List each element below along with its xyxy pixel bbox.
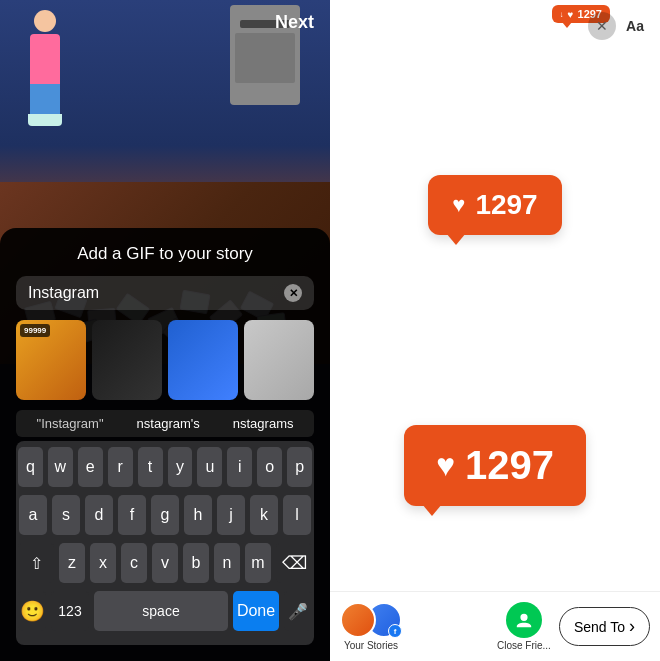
autocomplete-item-2[interactable]: nstagrams [233,416,294,431]
key-m[interactable]: m [245,543,271,583]
key-q[interactable]: q [18,447,43,487]
like-count-large: 1297 [465,443,554,488]
key-l[interactable]: l [283,495,311,535]
done-key[interactable]: Done [233,591,279,631]
key-x[interactable]: x [90,543,116,583]
like-bubble-medium: ♥ 1297 [428,175,561,235]
close-friends-icon [506,602,542,638]
gif-item-3[interactable] [168,320,238,400]
left-panel: Next Add a GIF to your story Instagram ✕… [0,0,330,661]
key-b[interactable]: b [183,543,209,583]
key-r[interactable]: r [108,447,133,487]
heart-icon-medium: ♥ [452,192,465,218]
gif-results-row: 99999 [16,320,314,400]
key-z[interactable]: z [59,543,85,583]
your-stories-group[interactable]: f Your Stories [340,602,489,651]
key-g[interactable]: g [151,495,179,535]
story-avatars: f [340,602,402,638]
gif-item-2[interactable] [92,320,162,400]
emoji-key[interactable]: 🙂 [18,591,46,631]
key-k[interactable]: k [250,495,278,535]
gif-item-1[interactable]: 99999 [16,320,86,400]
key-w[interactable]: w [48,447,73,487]
likes-container: ♥ 1297 ♥ 1297 [330,0,660,661]
key-j[interactable]: j [217,495,245,535]
key-v[interactable]: v [152,543,178,583]
key-o[interactable]: o [257,447,282,487]
gif-search-bar[interactable]: Instagram ✕ [16,276,314,310]
key-c[interactable]: c [121,543,147,583]
gif-modal-title: Add a GIF to your story [16,244,314,264]
close-friends-label: Close Frie... [497,640,551,651]
key-y[interactable]: y [168,447,193,487]
like-count-medium: 1297 [475,189,537,221]
close-friends-button[interactable]: Close Frie... [497,602,551,651]
gif-modal: Add a GIF to your story Instagram ✕ 9999… [0,228,330,661]
avatar-primary [340,602,376,638]
heart-icon-large: ♥ [436,447,455,484]
next-button[interactable]: Next [275,12,314,33]
search-clear-button[interactable]: ✕ [284,284,302,302]
space-key[interactable]: space [94,591,228,631]
send-to-button[interactable]: Send To › [559,607,650,646]
bottom-bar: f Your Stories Close Frie... Send To › [330,591,660,661]
facebook-badge: f [388,624,402,638]
gif-search-text: Instagram [28,284,99,302]
keyboard-row-1: q w e r t y u i o p [18,447,312,487]
key-e[interactable]: e [78,447,103,487]
key-s[interactable]: s [52,495,80,535]
left-header: Next [0,0,330,45]
your-stories-label: Your Stories [344,640,398,651]
shift-key[interactable]: ⇧ [18,543,54,583]
autocomplete-item-0[interactable]: "Instagram" [37,416,104,431]
mic-key[interactable]: 🎤 [284,591,312,631]
key-f[interactable]: f [118,495,146,535]
key-u[interactable]: u [197,447,222,487]
keyboard-row-2: a s d f g h j k l [18,495,312,535]
key-t[interactable]: t [138,447,163,487]
keyboard-row-3: ⇧ z x c v b n m ⌫ [18,543,312,583]
gif-badge-1: 99999 [20,324,50,337]
key-i[interactable]: i [227,447,252,487]
delete-key[interactable]: ⌫ [276,543,312,583]
right-header: ✕ Aa [330,0,660,52]
text-style-button[interactable]: Aa [626,18,644,34]
right-panel: ✕ Aa ↓ ♥ 1297 ♥ 1297 ♥ 1297 [330,0,660,661]
chevron-right-icon: › [629,616,635,637]
key-d[interactable]: d [85,495,113,535]
key-n[interactable]: n [214,543,240,583]
key-p[interactable]: p [287,447,312,487]
gif-item-4[interactable] [244,320,314,400]
key-a[interactable]: a [19,495,47,535]
key-h[interactable]: h [184,495,212,535]
close-button[interactable]: ✕ [588,12,616,40]
autocomplete-item-1[interactable]: nstagram's [137,416,200,431]
send-to-label: Send To [574,619,625,635]
numbers-key[interactable]: 123 [51,591,89,631]
on-screen-keyboard: q w e r t y u i o p a s d f g h j k [16,441,314,645]
like-bubble-large: ♥ 1297 [404,425,586,506]
autocomplete-bar: "Instagram" nstagram's nstagrams [16,410,314,437]
keyboard-row-4: 🙂 123 space Done 🎤 [18,591,312,631]
